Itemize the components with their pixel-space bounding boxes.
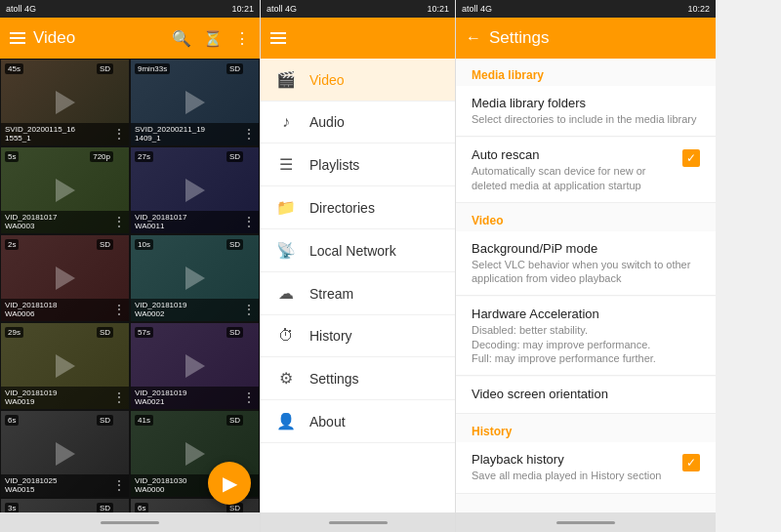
panel-video-list: atoll 4G 10:21 Video 🔍 ⏳ ⋮ 45s SD SVID bbox=[0, 0, 261, 532]
video-item-7[interactable]: 57s SD VID_20181019WA0021 ⋮ bbox=[130, 322, 260, 410]
app-bar-1: Video 🔍 ⏳ ⋮ bbox=[0, 18, 260, 59]
hamburger-menu[interactable] bbox=[10, 32, 25, 44]
playlists-menu-icon: ☰ bbox=[276, 155, 296, 174]
status-bar-2: atoll 4G 10:21 bbox=[261, 0, 455, 18]
fab-play[interactable]: ▶ bbox=[208, 462, 251, 505]
section-header-history: History bbox=[456, 415, 716, 442]
video-duration-9: 41s bbox=[135, 415, 153, 426]
home-bar-1 bbox=[101, 521, 159, 524]
settings-item-screen-orientation[interactable]: Video screen orientation bbox=[456, 377, 716, 414]
stream-menu-icon: ☁ bbox=[276, 284, 296, 303]
video-name-5: VID_20181019WA0002 bbox=[135, 301, 186, 319]
section-header-media-library: Media library bbox=[456, 59, 716, 86]
video-item-5[interactable]: 10s SD VID_20181019WA0002 ⋮ bbox=[130, 234, 260, 322]
video-quality-9: SD bbox=[226, 415, 243, 426]
settings-item-media-library-folders[interactable]: Media library folders Select directories… bbox=[456, 86, 716, 137]
video-duration-6: 29s bbox=[5, 327, 23, 338]
video-more-0[interactable]: ⋮ bbox=[113, 127, 125, 141]
video-duration-5: 10s bbox=[135, 239, 153, 250]
menu-item-local-network[interactable]: 📡 Local Network bbox=[261, 229, 455, 272]
video-duration-11: 6s bbox=[135, 503, 148, 512]
settings-item-title-playback-history: Playback history bbox=[472, 452, 682, 467]
settings-app-bar: ← Settings bbox=[456, 18, 716, 59]
video-more-6[interactable]: ⋮ bbox=[113, 390, 125, 404]
back-icon[interactable]: ← bbox=[466, 29, 481, 47]
video-item-6[interactable]: 29s SD VID_20181019WA0019 ⋮ bbox=[0, 322, 130, 410]
video-quality-0: SD bbox=[97, 63, 113, 74]
video-more-5[interactable]: ⋮ bbox=[243, 303, 255, 316]
video-item-4[interactable]: 2s SD VID_20181018WA0006 ⋮ bbox=[0, 234, 130, 322]
video-more-8[interactable]: ⋮ bbox=[113, 478, 125, 492]
panel-settings: atoll 4G 10:22 ← Settings Media library … bbox=[456, 0, 716, 532]
settings-title: Settings bbox=[489, 28, 549, 48]
menu-label-local-network: Local Network bbox=[309, 243, 396, 259]
video-item-0[interactable]: 45s SD SVID_20200115_161555_1 ⋮ bbox=[0, 59, 130, 146]
settings-item-desc-auto-rescan: Automatically scan device for new or del… bbox=[472, 164, 682, 192]
menu-item-stream[interactable]: ☁ Stream bbox=[261, 272, 455, 315]
menu-item-history[interactable]: ⏱ History bbox=[261, 315, 455, 357]
video-item-10[interactable]: 3s SD VID_20181030WA0001 ⋮ bbox=[0, 498, 130, 512]
video-name-6: VID_20181019WA0019 bbox=[5, 389, 57, 407]
settings-item-title-hardware-accel: Hardware Acceleration bbox=[472, 307, 700, 321]
settings-item-title-background-pip: Background/PiP mode bbox=[472, 241, 700, 256]
video-item-2[interactable]: 5s 720p VID_20181017WA0003 ⋮ bbox=[0, 146, 130, 234]
video-more-3[interactable]: ⋮ bbox=[243, 215, 255, 228]
video-item-8[interactable]: 6s SD VID_20181025WA0015 ⋮ bbox=[0, 410, 130, 498]
app-bar-2 bbox=[261, 18, 455, 59]
history-icon[interactable]: ⏳ bbox=[203, 29, 223, 48]
video-quality-4: SD bbox=[97, 239, 113, 250]
status-signal-3: atoll 4G bbox=[462, 4, 492, 14]
search-icon[interactable]: 🔍 bbox=[172, 29, 191, 48]
video-more-7[interactable]: ⋮ bbox=[243, 390, 255, 404]
settings-menu-icon: ⚙ bbox=[276, 369, 296, 388]
video-duration-2: 5s bbox=[5, 151, 19, 162]
menu-item-video[interactable]: 🎬 Video bbox=[261, 59, 455, 102]
section-header-video: Video bbox=[456, 204, 716, 231]
menu-label-video: Video bbox=[309, 72, 345, 88]
status-time-1: 10:21 bbox=[231, 4, 254, 14]
checkbox-auto-rescan[interactable]: ✓ bbox=[682, 149, 700, 167]
menu-label-audio: Audio bbox=[309, 114, 345, 130]
video-item-3[interactable]: 27s SD VID_20181017WA0011 ⋮ bbox=[130, 146, 260, 234]
settings-item-title-media-folders: Media library folders bbox=[472, 96, 700, 110]
video-quality-5: SD bbox=[226, 239, 243, 250]
video-name-8: VID_20181025WA0015 bbox=[5, 476, 57, 495]
home-indicator-2 bbox=[261, 512, 455, 532]
video-name-4: VID_20181018WA0006 bbox=[5, 301, 57, 319]
video-duration-0: 45s bbox=[5, 63, 23, 74]
video-quality-1: SD bbox=[226, 63, 243, 74]
video-more-2[interactable]: ⋮ bbox=[113, 215, 125, 228]
status-time-2: 10:21 bbox=[427, 4, 449, 14]
video-name-3: VID_20181017WA0011 bbox=[135, 213, 186, 231]
video-name-1: SVID_20200211_191409_1 bbox=[135, 125, 205, 143]
video-duration-10: 3s bbox=[5, 503, 19, 512]
status-time-3: 10:22 bbox=[687, 4, 710, 14]
settings-item-hardware-accel[interactable]: Hardware Acceleration Disabled: better s… bbox=[456, 297, 716, 376]
home-indicator-3 bbox=[456, 512, 716, 532]
hamburger-menu-2[interactable] bbox=[270, 32, 286, 44]
checkbox-playback-history[interactable]: ✓ bbox=[682, 454, 700, 471]
status-signal-1: atoll 4G bbox=[6, 4, 36, 14]
video-name-0: SVID_20200115_161555_1 bbox=[5, 125, 75, 143]
menu-item-audio[interactable]: ♪ Audio bbox=[261, 102, 455, 143]
settings-item-playback-history[interactable]: Playback history Save all media played i… bbox=[456, 442, 716, 493]
menu-item-playlists[interactable]: ☰ Playlists bbox=[261, 143, 455, 186]
menu-label-directories: Directories bbox=[309, 200, 375, 216]
video-item-1[interactable]: 9min33s SD SVID_20200211_191409_1 ⋮ bbox=[130, 59, 260, 146]
video-more-1[interactable]: ⋮ bbox=[243, 127, 255, 141]
video-duration-8: 6s bbox=[5, 415, 19, 426]
more-icon[interactable]: ⋮ bbox=[234, 29, 250, 48]
settings-item-auto-rescan[interactable]: Auto rescan Automatically scan device fo… bbox=[456, 138, 716, 203]
home-indicator-1 bbox=[0, 512, 260, 532]
menu-item-directories[interactable]: 📁 Directories bbox=[261, 186, 455, 229]
video-name-9: VID_20181030WA0000 bbox=[135, 476, 186, 495]
video-quality-2: 720p bbox=[90, 151, 113, 162]
video-more-4[interactable]: ⋮ bbox=[113, 303, 125, 316]
menu-item-settings[interactable]: ⚙ Settings bbox=[261, 357, 455, 400]
video-quality-10: SD bbox=[97, 503, 113, 512]
history-menu-icon: ⏱ bbox=[276, 327, 296, 345]
video-name-2: VID_20181017WA0003 bbox=[5, 213, 57, 231]
menu-item-about[interactable]: 👤 About bbox=[261, 400, 455, 443]
video-quality-8: SD bbox=[97, 415, 113, 426]
settings-item-background-pip[interactable]: Background/PiP mode Select VLC behavior … bbox=[456, 231, 716, 297]
